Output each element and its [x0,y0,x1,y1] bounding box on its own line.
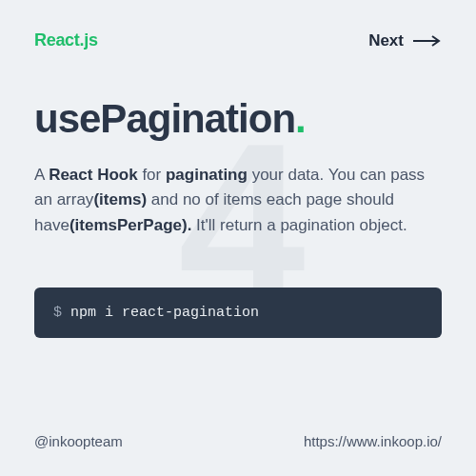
page-title: usePagination. [34,96,442,142]
brand-label: React.js [34,30,98,50]
desc-text: A [34,166,49,184]
header: React.js Next [34,30,442,50]
desc-text: for [138,166,166,184]
code-block: $ npm i react-pagination [34,288,442,338]
website-url[interactable]: https://www.inkoop.io/ [304,433,442,449]
desc-bold: (itemsPerPage). [69,216,192,234]
next-button[interactable]: Next [368,31,442,50]
main-content: usePagination. A React Hook for paginati… [34,96,442,338]
desc-bold: paginating [166,166,248,184]
desc-text: It'll return a pagination object. [191,216,407,234]
description: A React Hook for paginating your data. Y… [34,163,442,238]
footer: @inkoopteam https://www.inkoop.io/ [34,433,442,449]
desc-bold: (items) [93,190,147,208]
next-label: Next [368,31,404,50]
code-prompt: $ [53,305,70,321]
arrow-right-icon [413,35,442,47]
desc-bold: React Hook [49,166,138,184]
title-text: usePagination [34,96,295,141]
social-handle[interactable]: @inkoopteam [34,433,123,449]
title-dot: . [295,96,306,141]
code-command: npm i react-pagination [70,305,259,321]
